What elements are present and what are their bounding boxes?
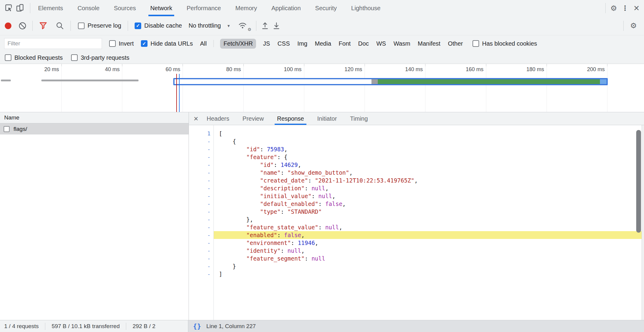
tab-memory[interactable]: Memory: [235, 0, 257, 16]
invert-checkbox[interactable]: [109, 40, 116, 47]
tab-performance[interactable]: Performance: [187, 0, 221, 16]
network-toolbar: Preserve log Disable cache No throttling…: [0, 16, 644, 35]
close-devtools-icon[interactable]: ✕: [631, 2, 642, 14]
search-icon[interactable]: [54, 20, 66, 32]
export-har-icon[interactable]: [271, 20, 282, 32]
tab-elements[interactable]: Elements: [38, 0, 63, 16]
filter-type-media[interactable]: Media: [314, 39, 332, 49]
invert-toggle[interactable]: Invert: [109, 40, 134, 47]
preserve-log-checkbox[interactable]: [78, 23, 85, 29]
throttling-dropdown[interactable]: No throttling ▾: [189, 22, 230, 29]
line-content: "enabled": false,: [213, 231, 305, 239]
inspect-icon[interactable]: [3, 2, 14, 14]
tab-network[interactable]: Network: [150, 0, 172, 16]
line-gutter: -: [189, 208, 213, 216]
network-settings-gear-icon[interactable]: ⚙: [628, 20, 639, 32]
has-blocked-cookies-label: Has blocked cookies: [482, 40, 537, 47]
tab-application[interactable]: Application: [271, 0, 301, 16]
line-content: "type": "STANDARD": [213, 208, 322, 216]
token: },: [219, 216, 253, 223]
detail-tab-initiator[interactable]: Initiator: [317, 112, 337, 125]
disable-cache-checkbox[interactable]: [135, 23, 141, 29]
hide-data-urls-toggle[interactable]: Hide data URLs: [141, 40, 193, 47]
tick-label: 80 ms: [226, 66, 243, 73]
timeline-overview[interactable]: 20 ms40 ms60 ms80 ms100 ms120 ms140 ms16…: [0, 64, 644, 112]
tab-security[interactable]: Security: [315, 0, 337, 16]
filter-type-ws[interactable]: WS: [376, 39, 386, 49]
load-event-line: [176, 74, 177, 112]
close-detail-icon[interactable]: ×: [194, 115, 198, 122]
filter-type-all[interactable]: All: [199, 39, 207, 49]
line-gutter: -: [189, 255, 213, 262]
request-checkbox[interactable]: [4, 126, 10, 132]
token: null: [312, 185, 325, 192]
import-har-icon[interactable]: [259, 20, 271, 32]
filter-type-img[interactable]: Img: [297, 39, 308, 49]
token: false: [284, 232, 301, 238]
tab-sources[interactable]: Sources: [114, 0, 136, 16]
request-row[interactable]: flags/: [0, 123, 189, 134]
line-gutter: 1: [189, 130, 213, 137]
filter-bar: Invert Hide data URLs AllFetch/XHRJSCSSI…: [0, 35, 644, 52]
gridline-tick: [183, 64, 183, 66]
filter-type-other[interactable]: Other: [447, 39, 464, 49]
response-line: - "name": "show_demo_button",: [189, 169, 644, 177]
settings-gear-icon[interactable]: ⚙: [608, 2, 619, 14]
third-party-toggle[interactable]: 3rd-party requests: [71, 54, 129, 61]
blocked-requests-toggle[interactable]: Blocked Requests: [5, 54, 63, 61]
response-body[interactable]: 1[- {- "id": 75983,- "feature": {- "id":…: [189, 125, 644, 320]
preserve-log-toggle[interactable]: Preserve log: [78, 22, 121, 29]
divider: [623, 21, 624, 31]
has-blocked-cookies-checkbox[interactable]: [473, 40, 479, 47]
filter-type-js[interactable]: JS: [262, 39, 270, 49]
disable-cache-toggle[interactable]: Disable cache: [135, 22, 182, 29]
detail-tab-headers[interactable]: Headers: [207, 112, 229, 125]
filter-type-doc[interactable]: Doc: [358, 39, 370, 49]
name-column-header[interactable]: Name: [0, 112, 189, 123]
scrollbar-thumb[interactable]: [636, 130, 641, 233]
filter-funnel-icon[interactable]: [37, 20, 49, 32]
has-blocked-cookies-toggle[interactable]: Has blocked cookies: [473, 40, 537, 47]
token: :: [281, 169, 288, 176]
record-button[interactable]: [5, 23, 11, 29]
segment-end: [600, 79, 607, 84]
token: "name": [260, 169, 281, 176]
response-line: - "id": 14629,: [189, 161, 644, 169]
filter-type-manifest[interactable]: Manifest: [417, 39, 441, 49]
detail-tab-preview[interactable]: Preview: [243, 112, 264, 125]
device-toolbar-icon[interactable]: [14, 2, 26, 14]
requests-panel: Name flags/: [0, 112, 189, 320]
line-gutter: -: [189, 192, 213, 200]
gridline-tick: [425, 64, 425, 66]
waterfall-bar[interactable]: [41, 80, 139, 81]
filter-type-fetch-xhr[interactable]: Fetch/XHR: [220, 39, 256, 49]
tab-lighthouse[interactable]: Lighthouse: [351, 0, 380, 16]
kebab-menu-icon[interactable]: ⋮: [619, 2, 631, 14]
selected-waterfall-bar[interactable]: [173, 78, 608, 85]
tick-label: 200 ms: [587, 66, 607, 73]
line-content: "description": null,: [213, 184, 329, 192]
gridline: [486, 64, 486, 112]
detail-tab-timing[interactable]: Timing: [350, 112, 368, 125]
filter-type-wasm[interactable]: Wasm: [393, 39, 411, 49]
detail-tab-response[interactable]: Response: [277, 112, 304, 125]
filter-input[interactable]: [4, 38, 102, 49]
clear-icon[interactable]: [17, 20, 28, 32]
blocked-requests-checkbox[interactable]: [5, 54, 11, 61]
waterfall-bar[interactable]: [1, 80, 11, 81]
gridline: [122, 64, 122, 112]
tab-console[interactable]: Console: [77, 0, 99, 16]
gridline: [425, 64, 425, 112]
throttling-value: No throttling: [189, 22, 221, 29]
filter-type-css[interactable]: CSS: [277, 39, 291, 49]
third-party-checkbox[interactable]: [71, 54, 78, 61]
line-content: {: [213, 137, 236, 145]
filter-type-font[interactable]: Font: [338, 39, 351, 49]
token: :: [291, 240, 298, 246]
line-gutter: -: [189, 200, 213, 208]
network-conditions-icon[interactable]: ⚙: [237, 21, 249, 31]
format-braces-icon[interactable]: {}: [193, 323, 201, 330]
hide-data-urls-checkbox[interactable]: [141, 40, 148, 47]
panel-tabs: ElementsConsoleSourcesNetworkPerformance…: [38, 0, 380, 16]
token: "STANDARD": [288, 208, 322, 215]
